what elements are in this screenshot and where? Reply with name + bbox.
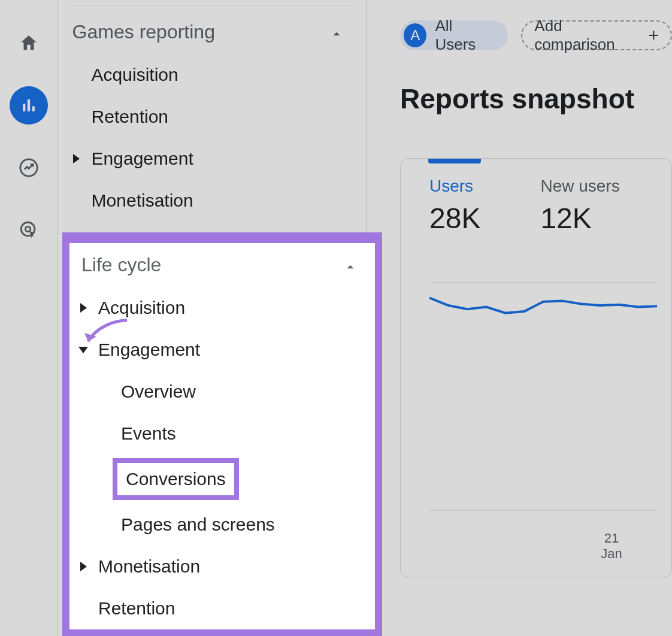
nav-life-retention[interactable]: Retention <box>69 587 375 629</box>
section-label: Life cycle <box>81 254 161 276</box>
section-life-cycle[interactable]: Life cycle <box>69 243 375 287</box>
nav-label: Monetisation <box>98 556 200 577</box>
nav-label: Retention <box>98 598 175 619</box>
sub-pages-screens[interactable]: Pages and screens <box>69 504 375 546</box>
nav-label: Overview <box>121 381 196 402</box>
expand-right-icon <box>79 562 87 571</box>
annotation-arrow <box>79 317 133 353</box>
sub-conversions-highlighted[interactable]: Conversions <box>113 458 239 500</box>
nav-label: Events <box>121 423 176 444</box>
expand-right-icon <box>79 303 87 313</box>
chevron-up-icon <box>343 258 358 273</box>
life-cycle-highlight: Life cycle Acquisition Engagement Overvi… <box>62 232 382 636</box>
nav-label: Acquisition <box>98 298 185 318</box>
sub-events[interactable]: Events <box>69 413 375 455</box>
nav-life-monetisation[interactable]: Monetisation <box>69 546 375 587</box>
nav-label: Pages and screens <box>121 514 275 535</box>
sub-overview[interactable]: Overview <box>69 371 375 413</box>
